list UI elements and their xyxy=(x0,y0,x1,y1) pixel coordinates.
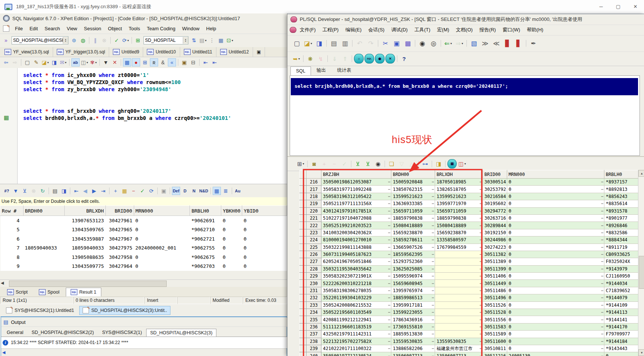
menu-item[interactable]: 工程(P) xyxy=(319,27,342,33)
table-cell[interactable]: ⋯ xyxy=(435,309,483,316)
grid-mode-icon[interactable]: ▦ xyxy=(217,36,225,44)
table-cell[interactable]: ⋯ xyxy=(435,265,483,272)
row-number-cell[interactable]: 221 xyxy=(306,214,321,222)
print-icon[interactable]: ▤ xyxy=(51,187,59,195)
paste-icon[interactable]: ▩ xyxy=(403,38,413,49)
insert-row-icon[interactable]: + xyxy=(111,187,120,195)
table-cell[interactable] xyxy=(23,225,64,235)
table-cell[interactable]: ⋯ xyxy=(435,301,483,309)
fetch-all-icon[interactable]: ⊞ xyxy=(141,58,149,66)
export-icon[interactable]: ❏ xyxy=(387,159,396,168)
table-cell[interactable]: *8937157 xyxy=(604,179,639,186)
table-cell[interactable]: 15659608945⋯ xyxy=(391,280,435,287)
table-cell[interactable]: 30511406 xyxy=(483,273,507,280)
table-cell[interactable]: 13850762315⋯ xyxy=(391,186,435,193)
cell-ellipsis-button[interactable]: ⋯ xyxy=(479,202,482,205)
table-cell[interactable]: 13826518705⋯ xyxy=(435,186,483,193)
find-next-icon[interactable]: ◎ xyxy=(428,38,439,49)
table-cell[interactable]: 350322199811143888⋯ xyxy=(321,244,391,251)
table-cell[interactable]: 30511399 xyxy=(483,265,507,272)
table-cell[interactable]: *9143979 xyxy=(604,265,639,272)
table-cell[interactable]: 18859513830⋯ xyxy=(391,331,435,338)
cell-ellipsis-button[interactable]: ⋯ xyxy=(431,260,434,263)
row-number-cell[interactable]: 218 xyxy=(306,193,321,200)
table-cell[interactable]: 15080418889⋯ xyxy=(391,222,435,229)
cell-ellipsis-button[interactable]: ⋯ xyxy=(600,354,603,356)
output-tab[interactable]: General xyxy=(3,328,27,337)
cell-ellipsis-button[interactable]: ⋯ xyxy=(600,332,603,336)
next-row-icon[interactable]: ▶ xyxy=(90,187,98,195)
tab-输出[interactable]: 输出 xyxy=(311,65,332,75)
table-cell[interactable]: *9062755 xyxy=(190,244,221,253)
scroll-left-icon[interactable]: ◀ xyxy=(2,350,5,355)
delete-row-icon[interactable]: − xyxy=(129,187,138,195)
code-line[interactable] xyxy=(23,100,287,108)
scroll-down-icon[interactable]: ▼ xyxy=(638,349,644,356)
table-cell[interactable]: 0 xyxy=(221,244,242,253)
table-cell[interactable]: 620524196705051846⋯ xyxy=(321,258,391,265)
back-icon[interactable]: ⇦ xyxy=(2,58,10,66)
menu-item[interactable]: 工具(T) xyxy=(411,27,434,33)
cell-ellipsis-button[interactable]: ⋯ xyxy=(387,296,390,300)
cell-ellipsis-button[interactable]: ⋯ xyxy=(479,253,482,256)
cell-ellipsis-button[interactable]: ⋯ xyxy=(600,245,603,249)
cell-ellipsis-button[interactable]: ⋯ xyxy=(479,303,482,307)
cell-ellipsis-button[interactable]: ⋯ xyxy=(600,347,603,350)
cell-ellipsis-button[interactable]: ⋯ xyxy=(600,216,603,220)
table-cell[interactable]: 15293752360⋯ xyxy=(391,258,435,265)
code-line[interactable]: select brdh00,brlxdh,a.* from bm_brxxb0 … xyxy=(23,115,287,122)
row-number-cell[interactable]: 220 xyxy=(306,207,321,214)
code-assist-icon[interactable]: « xyxy=(168,58,176,66)
menu-item[interactable]: 文档(O) xyxy=(453,27,476,33)
row-number-cell[interactable]: 224 xyxy=(306,236,321,244)
table-cell[interactable]: CB0933625 xyxy=(604,251,639,258)
table-cell[interactable]: *9062691 xyxy=(190,216,221,225)
cell-ellipsis-button[interactable]: ⋯ xyxy=(600,310,603,314)
table-cell[interactable]: *9062703 xyxy=(190,262,221,271)
execute-lightning-icon[interactable]: ↯ xyxy=(316,54,326,64)
cell-ellipsis-button[interactable]: ⋯ xyxy=(387,253,390,256)
table-cell[interactable]: 43012419791017851X⋯ xyxy=(321,207,391,214)
cell-ellipsis-button[interactable]: ⋯ xyxy=(600,318,603,322)
schema-tree-icon[interactable]: ⊞ xyxy=(134,36,142,44)
back-icon[interactable]: ⇐▾ xyxy=(443,38,453,49)
row-number-cell[interactable]: 234 xyxy=(306,309,321,316)
cell-ellipsis-button[interactable]: ⋯ xyxy=(431,318,434,322)
column-header[interactable]: BRDH00 xyxy=(391,170,435,179)
cell-ellipsis-button[interactable]: ⋯ xyxy=(600,224,603,227)
table-cell[interactable]: 0 xyxy=(134,253,190,262)
cell-ellipsis-button[interactable]: ⋯ xyxy=(387,245,390,249)
menu-item[interactable]: 窗口(W) xyxy=(499,27,524,33)
table-cell[interactable]: 13599521623⋯ xyxy=(391,193,435,200)
cell-ellipsis-button[interactable]: ⋯ xyxy=(431,245,434,249)
output-hscrollbar[interactable]: ◀ xyxy=(1,349,287,356)
table-cell[interactable]: 13625025085⋯ xyxy=(391,265,435,272)
code-line[interactable] xyxy=(23,93,287,100)
menu-item[interactable]: Team Coding xyxy=(144,26,179,31)
indent-icon[interactable]: ≫ xyxy=(480,38,490,49)
table-cell[interactable]: 0 xyxy=(242,225,287,235)
table-cell[interactable]: *9144034 xyxy=(604,280,639,287)
table-cell[interactable]: 13599223055⋯ xyxy=(391,309,435,316)
new-window-icon[interactable]: ⊡▾ xyxy=(226,36,234,44)
table-cell[interactable]: 0⋯ xyxy=(507,258,604,265)
cell-ellipsis-button[interactable]: ⋯ xyxy=(479,188,482,191)
table-cell[interactable]: 13905088635 xyxy=(64,253,105,262)
cell-ellipsis-button[interactable]: ⋯ xyxy=(479,318,482,322)
new-file-icon[interactable]: ▢ xyxy=(23,58,31,66)
table-cell[interactable]: 350524200806215532⋯ xyxy=(321,301,391,309)
cell-ellipsis-button[interactable]: ⋯ xyxy=(600,303,603,307)
save-icon[interactable]: ◨ xyxy=(50,58,58,66)
row-number-cell[interactable]: 227 xyxy=(306,258,321,265)
cell-ellipsis-button[interactable]: ⋯ xyxy=(600,274,603,278)
doc-tab[interactable]: SQLYF_trigger(13.0).sql xyxy=(53,47,109,57)
table-cell[interactable]: *9062675 xyxy=(190,253,221,262)
row-number-cell[interactable]: 226 xyxy=(306,251,321,258)
save-icon[interactable]: ◨ xyxy=(314,38,324,49)
table-cell[interactable]: 0⋯ xyxy=(507,287,604,294)
row-number-cell[interactable]: 222 xyxy=(306,222,321,229)
cell-ellipsis-button[interactable]: ⋯ xyxy=(479,347,482,350)
grid-view-icon[interactable]: ▦ xyxy=(120,187,129,195)
fetch-up-icon[interactable]: ⇑ xyxy=(340,54,350,64)
redo-icon[interactable]: ↷ xyxy=(366,38,376,49)
